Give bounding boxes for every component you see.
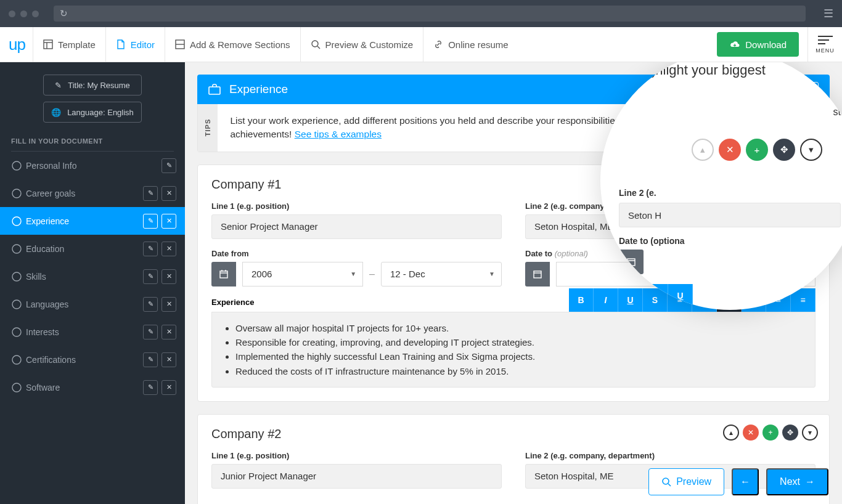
next-button[interactable]: Next →	[766, 468, 828, 495]
sidebar-item-education[interactable]: Education✎✕	[0, 235, 185, 262]
mag-headline: highlight your biggest	[637, 62, 766, 78]
preview-button[interactable]: Preview	[648, 468, 724, 495]
nav-sections[interactable]: Add & Remove Sections	[165, 27, 300, 62]
reload-icon[interactable]: ↻	[60, 8, 68, 19]
url-bar[interactable]: ↻	[54, 6, 806, 22]
traffic-lights	[9, 10, 39, 17]
mag-add-button[interactable]: +	[746, 139, 768, 161]
delete-icon[interactable]: ✕	[161, 297, 176, 312]
nav-editor[interactable]: Editor	[105, 27, 165, 62]
sidebar-label: Education	[26, 244, 143, 254]
menu-button[interactable]: MENU	[807, 27, 842, 62]
delete-icon[interactable]: ✕	[161, 186, 176, 201]
sidebar-label: Personal Info	[26, 161, 161, 171]
edit-icon[interactable]: ✎	[143, 242, 158, 256]
experience-editor[interactable]: Oversaw all major hospital IT projects f…	[211, 312, 815, 388]
browser-menu-icon[interactable]: ☰	[824, 7, 833, 20]
line1-input[interactable]	[211, 214, 502, 239]
link-icon	[433, 39, 443, 49]
italic-button[interactable]: I	[594, 288, 618, 312]
sidebar-label: Software	[26, 383, 143, 392]
logo[interactable]: up	[9, 35, 25, 54]
svg-point-11	[12, 272, 21, 281]
delete-icon[interactable]: ✕	[161, 269, 176, 284]
edit-icon[interactable]: ✎	[143, 352, 158, 367]
sidebar-item-languages[interactable]: Languages✎✕	[0, 290, 185, 318]
mag-line2-label: Line 2 (e.	[619, 188, 656, 198]
sidebar-item-experience[interactable]: Experience✎✕	[0, 207, 185, 235]
nav-preview[interactable]: Preview & Customize	[300, 27, 423, 62]
bullet-item: Oversaw all major hospital IT projects f…	[235, 321, 804, 335]
calendar-icon[interactable]	[211, 262, 236, 287]
download-button[interactable]: Download	[717, 32, 799, 57]
edit-icon[interactable]: ✎	[143, 186, 158, 201]
delete-icon[interactable]: ✕	[161, 214, 176, 229]
title-label: Title: My Resume	[68, 81, 130, 90]
sections-icon	[175, 39, 185, 49]
svg-rect-0	[44, 40, 52, 49]
delete-icon[interactable]: ✕	[161, 325, 176, 339]
svg-point-7	[12, 161, 21, 170]
sidebar-item-skills[interactable]: Skills✎✕	[0, 262, 185, 290]
briefcase-icon	[208, 84, 221, 95]
edit-icon[interactable]: ✎	[143, 325, 158, 339]
tips-link[interactable]: See tips & examples	[295, 129, 382, 139]
nav-online[interactable]: Online resume	[423, 27, 518, 62]
card-actions: ▴ ✕ + ✥ ▾	[723, 425, 818, 441]
calendar-icon[interactable]	[525, 262, 550, 287]
traffic-light-min[interactable]	[20, 10, 27, 17]
svg-point-9	[12, 217, 21, 226]
underline-button[interactable]: U	[618, 288, 643, 312]
nav-label: Add & Remove Sections	[190, 39, 290, 50]
sidebar-item-software[interactable]: Software✎✕	[0, 373, 185, 401]
move-down-button[interactable]: ▾	[802, 425, 818, 441]
bold-button[interactable]: B	[569, 288, 594, 312]
c2-line1-input[interactable]	[211, 464, 502, 489]
nav-template[interactable]: Template	[33, 27, 105, 62]
bullet-item: Responsible for creating, improving, and…	[235, 335, 804, 349]
mag-down-button[interactable]: ▾	[800, 139, 822, 161]
sidebar-label: Languages	[26, 299, 143, 309]
mag-line2-input[interactable]: Seton H	[619, 203, 841, 227]
mag-tip-tail: st	[619, 107, 841, 118]
add-button[interactable]: +	[762, 425, 779, 441]
sidebar-item-career-goals[interactable]: Career goals✎✕	[0, 179, 185, 207]
sidebar-item-certifications[interactable]: Certifications✎✕	[0, 346, 185, 373]
mag-actions: ▴ ✕ + ✥ ▾	[692, 139, 822, 161]
c2-line2-label: Line 2 (e.g. company, department)	[525, 451, 815, 460]
delete-icon[interactable]: ✕	[161, 242, 176, 256]
browser-chrome: ↻ ☰	[0, 0, 842, 27]
language-label: Language: English	[67, 108, 134, 117]
move-up-button[interactable]: ▴	[723, 425, 739, 441]
delete-icon[interactable]: ✕	[161, 380, 176, 395]
move-button[interactable]: ✥	[782, 425, 798, 441]
delete-icon[interactable]: ✕	[161, 352, 176, 367]
edit-icon[interactable]: ✎	[143, 269, 158, 284]
svg-point-14	[12, 356, 21, 364]
edit-icon[interactable]: ✎	[161, 158, 176, 173]
mag-up-button[interactable]: ▴	[692, 139, 714, 161]
back-button[interactable]: ←	[732, 468, 759, 495]
mag-date-to-label: Date to (optiona	[619, 236, 685, 246]
mag-move-button[interactable]: ✥	[773, 139, 795, 161]
sidebar-icon	[11, 216, 26, 227]
svg-point-15	[12, 383, 21, 392]
edit-icon[interactable]: ✎	[143, 380, 158, 395]
delete-button[interactable]: ✕	[743, 425, 759, 441]
mag-delete-button[interactable]: ✕	[719, 139, 741, 161]
traffic-light-close[interactable]	[9, 10, 15, 17]
title-button[interactable]: ✎ Title: My Resume	[43, 75, 142, 96]
experience-label: Experience	[211, 298, 254, 307]
sidebar-item-personal-info[interactable]: Personal Info✎	[0, 152, 185, 179]
edit-icon[interactable]: ✎	[143, 214, 158, 229]
sidebar-icon	[11, 243, 26, 254]
year-select[interactable]: 2006▼	[242, 262, 363, 287]
month-select[interactable]: 12 - Dec▼	[381, 262, 502, 287]
traffic-light-max[interactable]	[32, 10, 39, 17]
menu-icon	[818, 36, 833, 44]
cloud-download-icon	[729, 40, 740, 49]
sidebar-item-interests[interactable]: Interests✎✕	[0, 318, 185, 346]
nav-label: Template	[58, 39, 96, 50]
edit-icon[interactable]: ✎	[143, 297, 158, 312]
language-button[interactable]: 🌐 Language: English	[43, 102, 142, 123]
